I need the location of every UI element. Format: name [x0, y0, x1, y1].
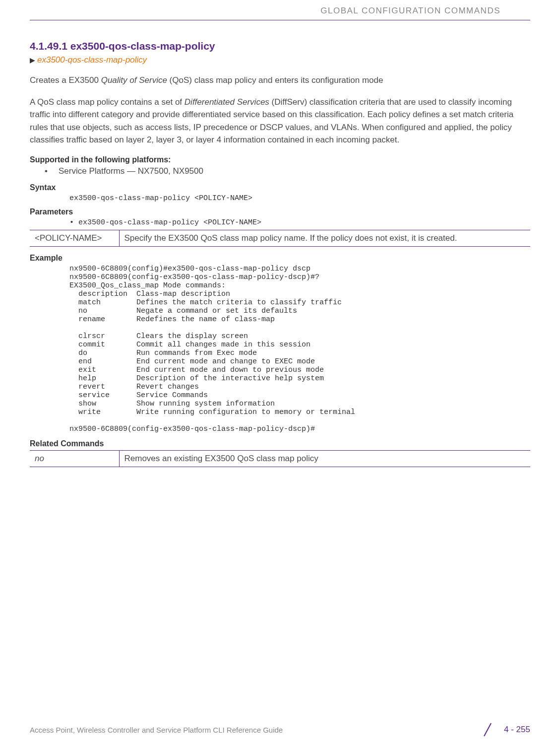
breadcrumb[interactable]: ▶ex3500-qos-class-map-policy: [30, 55, 530, 65]
param-name-cell: <POLICY-NAME>: [30, 230, 119, 246]
example-heading: Example: [30, 254, 530, 263]
platforms-heading: Supported in the following platforms:: [30, 155, 530, 164]
related-cmd-cell[interactable]: no: [30, 450, 119, 467]
parameters-table: <POLICY-NAME> Specify the EX3500 QoS cla…: [30, 230, 530, 247]
syntax-heading: Syntax: [30, 183, 530, 192]
content-area: 4.1.49.1 ex3500-qos-class-map-policy ▶ex…: [0, 40, 560, 467]
page-header: GLOBAL CONFIGURATION COMMANDS: [30, 0, 530, 20]
page-footer: Access Point, Wireless Controller and Se…: [30, 722, 530, 737]
intro-text: Creates a EX3500 Quality of Service (QoS…: [30, 74, 530, 87]
slash-icon: [480, 722, 495, 737]
footer-right: 4 - 255: [480, 722, 530, 737]
platform-item: Service Platforms — NX7500, NX9500: [45, 166, 530, 176]
footer-left-text: Access Point, Wireless Controller and Se…: [30, 726, 283, 734]
parameter-bullet: • ex3500-qos-class-map-policy <POLICY-NA…: [69, 218, 530, 227]
intro-italic: Quality of Service: [101, 75, 167, 85]
related-table: no Removes an existing EX3500 QoS class …: [30, 450, 530, 467]
intro-post: (QoS) class map policy and enters its co…: [167, 75, 383, 85]
section-number: 4.1.49.1: [30, 40, 67, 52]
related-heading: Related Commands: [30, 439, 530, 448]
intro-pre: Creates a EX3500: [30, 75, 101, 85]
desc-pre: A QoS class map policy contains a set of: [30, 97, 185, 107]
section-title: ex3500-qos-class-map-policy: [70, 40, 215, 52]
table-row: <POLICY-NAME> Specify the EX3500 QoS cla…: [30, 230, 530, 246]
page-number: 4 - 255: [504, 725, 530, 735]
svg-line-0: [484, 723, 491, 736]
related-desc-cell: Removes an existing EX3500 QoS class map…: [119, 450, 530, 467]
description-text: A QoS class map policy contains a set of…: [30, 96, 530, 146]
platforms-list: Service Platforms — NX7500, NX9500: [45, 166, 530, 176]
arrow-icon: ▶: [30, 56, 35, 64]
parameters-heading: Parameters: [30, 207, 530, 216]
table-row: no Removes an existing EX3500 QoS class …: [30, 450, 530, 467]
param-desc-cell: Specify the EX3500 QoS class map policy …: [119, 230, 530, 246]
section-heading: 4.1.49.1 ex3500-qos-class-map-policy: [30, 40, 530, 52]
breadcrumb-text: ex3500-qos-class-map-policy: [37, 55, 147, 65]
syntax-line: ex3500-qos-class-map-policy <POLICY-NAME…: [69, 194, 530, 203]
example-block: nx9500-6C8809(config)#ex3500-qos-class-m…: [69, 265, 530, 433]
desc-italic: Differentiated Services: [185, 97, 269, 107]
